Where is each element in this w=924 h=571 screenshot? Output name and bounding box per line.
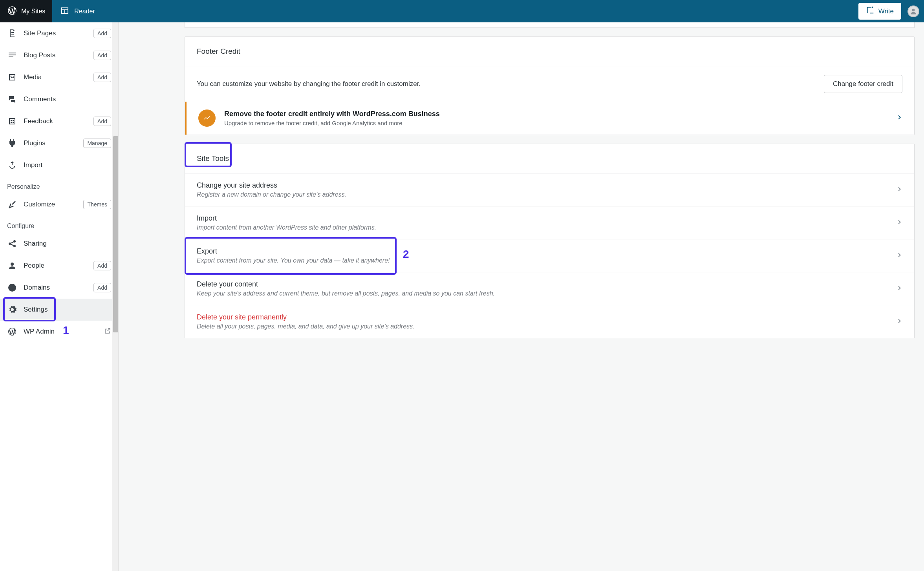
sidebar-item-label: WP Admin xyxy=(24,328,98,336)
tool-subtitle: Export content from your site. You own y… xyxy=(197,257,888,264)
upsell-title: Remove the footer credit entirely with W… xyxy=(224,110,887,118)
sidebar-item-label: Import xyxy=(24,161,111,169)
import-icon xyxy=(7,160,17,170)
configure-header: Configure xyxy=(0,215,118,233)
chevron-right-icon xyxy=(896,318,902,326)
tool-export[interactable]: Export Export content from your site. Yo… xyxy=(185,239,914,272)
sidebar-item-label: Feedback xyxy=(24,117,87,125)
chevron-right-icon xyxy=(896,252,902,260)
footer-credit-header: Footer Credit xyxy=(185,37,914,66)
sidebar-item-blog-posts[interactable]: Blog Posts Add xyxy=(0,44,118,66)
tool-import[interactable]: Import Import content from another WordP… xyxy=(185,206,914,239)
tool-title: Change your site address xyxy=(197,181,888,190)
sidebar-item-sharing[interactable]: Sharing xyxy=(0,233,118,255)
sidebar-scrollbar-thumb[interactable] xyxy=(113,136,118,332)
add-pill[interactable]: Add xyxy=(93,29,111,38)
sidebar-item-people[interactable]: People Add xyxy=(0,255,118,277)
sidebar-item-label: Site Pages xyxy=(24,29,87,37)
themes-pill[interactable]: Themes xyxy=(83,200,111,209)
main-content: Footer Credit You can customize your web… xyxy=(119,22,924,571)
sidebar-item-label: Media xyxy=(24,73,87,81)
sidebar: Site Pages Add Blog Posts Add Media Add … xyxy=(0,22,119,571)
sidebar-item-domains[interactable]: Domains Add xyxy=(0,277,118,299)
sidebar-item-label: Domains xyxy=(24,284,87,292)
reader-icon xyxy=(60,6,70,17)
media-icon xyxy=(7,72,17,82)
feedback-icon xyxy=(7,116,17,126)
add-pill[interactable]: Add xyxy=(93,51,111,60)
plugins-icon xyxy=(7,138,17,148)
sidebar-item-settings[interactable]: Settings xyxy=(0,299,118,321)
add-pill[interactable]: Add xyxy=(93,73,111,82)
footer-credit-body: You can customize your website by changi… xyxy=(185,66,914,102)
sidebar-item-customize[interactable]: Customize Themes xyxy=(0,193,118,215)
sidebar-item-site-pages[interactable]: Site Pages Add xyxy=(0,22,118,44)
page-icon xyxy=(7,28,17,38)
my-sites-button[interactable]: My Sites xyxy=(0,0,52,22)
add-pill[interactable]: Add xyxy=(93,117,111,126)
sidebar-item-label: Sharing xyxy=(24,240,111,248)
tool-title: Import xyxy=(197,214,888,223)
add-pill[interactable]: Add xyxy=(93,283,111,292)
sidebar-item-plugins[interactable]: Plugins Manage xyxy=(0,132,118,154)
add-pill[interactable]: Add xyxy=(93,261,111,270)
tool-title: Export xyxy=(197,247,888,255)
upsell-subtitle: Upgrade to remove the footer credit, add… xyxy=(224,120,887,126)
tool-subtitle: Delete all your posts, pages, media, and… xyxy=(197,323,888,330)
sidebar-item-media[interactable]: Media Add xyxy=(0,66,118,88)
sidebar-item-comments[interactable]: Comments xyxy=(0,88,118,110)
user-avatar[interactable] xyxy=(908,5,919,17)
tool-subtitle: Import content from another WordPress si… xyxy=(197,224,888,231)
sidebar-item-label: Plugins xyxy=(24,139,77,147)
write-button[interactable]: Write xyxy=(858,3,901,20)
reader-button[interactable]: Reader xyxy=(52,0,102,22)
footer-credit-text: You can customize your website by changi… xyxy=(197,80,816,88)
posts-icon xyxy=(7,50,17,60)
write-label: Write xyxy=(878,7,894,15)
svg-point-5 xyxy=(11,263,14,266)
sidebar-item-wp-admin[interactable]: WP Admin xyxy=(0,321,118,343)
chevron-right-icon xyxy=(896,114,902,122)
site-tools-card: Site Tools Change your site address Regi… xyxy=(185,144,915,338)
topbar-right: Write xyxy=(858,3,924,20)
sidebar-item-label: Settings xyxy=(24,306,111,314)
tool-delete-content[interactable]: Delete your content Keep your site's add… xyxy=(185,272,914,305)
upsell-badge-icon xyxy=(198,109,216,127)
tool-subtitle: Register a new domain or change your sit… xyxy=(197,191,888,198)
write-icon xyxy=(866,6,875,16)
topbar: My Sites Reader Write xyxy=(0,0,924,22)
tool-subtitle: Keep your site's address and current the… xyxy=(197,290,888,297)
sidebar-item-label: Customize xyxy=(24,201,77,208)
my-sites-label: My Sites xyxy=(21,8,45,15)
tool-change-address[interactable]: Change your site address Register a new … xyxy=(185,173,914,206)
wordpress-icon xyxy=(7,327,17,337)
sidebar-item-import[interactable]: Import xyxy=(0,154,118,176)
manage-pill[interactable]: Manage xyxy=(83,139,111,148)
upsell-text: Remove the footer credit entirely with W… xyxy=(224,110,887,126)
sidebar-item-feedback[interactable]: Feedback Add xyxy=(0,110,118,132)
personalize-header: Personalize xyxy=(0,176,118,193)
tool-title: Delete your site permanently xyxy=(197,313,888,321)
sharing-icon xyxy=(7,239,17,249)
chevron-right-icon xyxy=(896,186,902,194)
change-footer-credit-button[interactable]: Change footer credit xyxy=(824,75,902,93)
sidebar-item-label: People xyxy=(24,262,87,270)
customize-icon xyxy=(7,199,17,210)
gear-icon xyxy=(7,305,17,315)
reader-label: Reader xyxy=(74,8,95,15)
tool-delete-site[interactable]: Delete your site permanently Delete all … xyxy=(185,305,914,338)
svg-point-0 xyxy=(912,9,915,11)
domains-icon xyxy=(7,283,17,293)
site-tools-header: Site Tools xyxy=(185,144,914,173)
sidebar-item-label: Blog Posts xyxy=(24,51,87,59)
sidebar-scrollbar-track xyxy=(112,22,118,571)
chevron-right-icon xyxy=(896,285,902,293)
prev-card-peek xyxy=(185,22,915,28)
external-link-icon xyxy=(104,327,111,336)
svg-point-1 xyxy=(11,76,12,77)
upsell-row[interactable]: Remove the footer credit entirely with W… xyxy=(185,102,914,135)
comments-icon xyxy=(7,94,17,104)
footer-credit-card: Footer Credit You can customize your web… xyxy=(185,36,915,135)
chevron-right-icon xyxy=(896,219,902,227)
tool-title: Delete your content xyxy=(197,280,888,288)
